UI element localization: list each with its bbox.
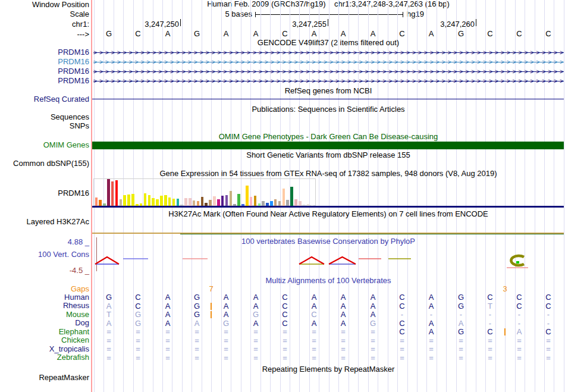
label-window-position[interactable]: Window Position bbox=[0, 1, 89, 9]
alignment-cell: G bbox=[133, 311, 143, 319]
gtex-bar bbox=[115, 180, 118, 206]
scale-ruler-tick-right bbox=[403, 12, 403, 17]
base-letter: A bbox=[250, 30, 262, 38]
alignment-cell: C bbox=[514, 302, 525, 311]
base-letter: G bbox=[103, 30, 115, 38]
label-chicken[interactable]: Chicken bbox=[0, 336, 89, 344]
label-common-dbsnp-155[interactable]: Common dbSNP(155) bbox=[0, 159, 89, 168]
label-zebrafish[interactable]: Zebrafish bbox=[0, 353, 89, 362]
alignment-row-rhesus[interactable]: ACAGAACAAACAGTCC bbox=[92, 302, 564, 311]
base-letter: A bbox=[367, 30, 379, 38]
gtex-bar bbox=[197, 201, 200, 206]
label-layered-h3k27ac[interactable]: Layered H3K27Ac bbox=[0, 218, 89, 226]
label-prdm16[interactable]: PRDM16 bbox=[0, 67, 89, 76]
alignment-row-zebrafish[interactable]: ================ bbox=[92, 354, 564, 362]
gencode-title[interactable]: GENCODE V49lift37 (2 items filtered out) bbox=[93, 39, 564, 47]
gene-model-prdm16-row4[interactable]: >>>>>>>>>>>>>>>>>>>>>>>>>>>>>>>>>>>>>>>>… bbox=[93, 77, 564, 84]
alignment-cell: A bbox=[514, 328, 525, 336]
ruler-position-tick bbox=[180, 19, 181, 26]
label-prdm16[interactable]: PRDM16 bbox=[0, 189, 89, 197]
refseq-curated-line[interactable] bbox=[92, 99, 564, 99]
alignment-cell: = bbox=[456, 337, 466, 345]
label-4-5[interactable]: -4.5 _ bbox=[0, 266, 89, 275]
label-gaps[interactable]: Gaps bbox=[0, 285, 89, 293]
gene-model-prdm16-row1[interactable]: >>>>>>>>>>>>>>>>>>>>>>>>>>>>>>>>>>>>>>>>… bbox=[93, 49, 564, 56]
alignment-cell: = bbox=[397, 345, 407, 353]
label-snps[interactable]: SNPs bbox=[0, 122, 89, 130]
gene-model-prdm16-row2[interactable]: >>>>>>>>>>>>>>>>>>>>>>>>>>>>>>>>>>>>>>>>… bbox=[93, 58, 564, 65]
alignment-cell: A bbox=[368, 311, 378, 319]
label-repeatmasker[interactable]: RepeatMasker bbox=[0, 374, 89, 382]
base-letter: C bbox=[132, 30, 144, 38]
alignment-cell: A bbox=[456, 319, 466, 328]
label-item[interactable]: ---> bbox=[0, 30, 89, 39]
label-elephant[interactable]: Elephant bbox=[0, 328, 89, 336]
publications-title[interactable]: Publications: Sequences in Scientific Ar… bbox=[93, 105, 564, 114]
alignment-cell: = bbox=[162, 337, 173, 345]
alignment-cell: = bbox=[543, 345, 554, 353]
h3k27ac-signal-line-green bbox=[180, 234, 564, 234]
label-mouse[interactable]: Mouse bbox=[0, 311, 89, 319]
alignment-cell: A bbox=[250, 293, 261, 302]
label-100-vert-cons[interactable]: 100 Vert. Cons bbox=[0, 250, 89, 259]
alignment-cell: = bbox=[309, 354, 319, 362]
refseq-title[interactable]: RefSeq genes from NCBI bbox=[93, 87, 564, 95]
label-prdm16[interactable]: PRDM16 bbox=[0, 48, 89, 57]
label-prdm16[interactable]: PRDM16 bbox=[0, 77, 89, 85]
alignment-cell: C bbox=[397, 328, 407, 336]
gtex-bar bbox=[225, 195, 228, 206]
label-dog[interactable]: Dog bbox=[0, 319, 89, 327]
label-prdm16[interactable]: PRDM16 bbox=[0, 58, 89, 66]
alignment-cell: = bbox=[280, 354, 290, 362]
alignment-cell: = bbox=[133, 337, 143, 345]
label-refseq-curated[interactable]: RefSeq Curated bbox=[0, 95, 89, 104]
alignment-cell: = bbox=[426, 354, 437, 362]
repeatmasker-title[interactable]: Repeating Elements by RepeatMasker bbox=[93, 365, 564, 374]
gtex-bar bbox=[160, 196, 163, 206]
alignment-row-gaps[interactable]: 73 bbox=[92, 285, 564, 293]
alignment-row-dog[interactable]: AGAAGACAAGCAA--- bbox=[92, 319, 564, 328]
gtex-bar bbox=[213, 196, 216, 206]
gtex-bar bbox=[144, 193, 147, 206]
gtex-bar bbox=[111, 181, 114, 206]
alignment-cell: C bbox=[280, 293, 290, 302]
gene-model-prdm16-row3[interactable]: >>>>>>>>>>>>>>>>>>>>>>>>>>>>>>>>>>>>>>>>… bbox=[93, 68, 564, 75]
gridline bbox=[564, 0, 564, 392]
alignment-cell: A bbox=[338, 293, 349, 302]
label-human[interactable]: Human bbox=[0, 293, 89, 302]
alignment-cell: G bbox=[456, 328, 466, 336]
label-sequences[interactable]: Sequences bbox=[0, 113, 89, 121]
alignment-row-chicken[interactable]: ================ bbox=[92, 337, 564, 345]
phylop-conservation-track[interactable] bbox=[92, 253, 565, 271]
base-letter: C bbox=[542, 30, 554, 38]
alignment-cell: A bbox=[338, 319, 349, 328]
base-letter: A bbox=[308, 30, 320, 38]
alignment-row-human[interactable]: GCAGAACAAACAGCCC bbox=[92, 293, 564, 302]
phylop-title[interactable]: 100 vertebrates Basewise Conservation by… bbox=[93, 237, 564, 246]
label-scale[interactable]: Scale bbox=[0, 10, 89, 18]
omim-title[interactable]: OMIM Gene Phenotypes - Dark Green Can Be… bbox=[93, 133, 564, 141]
alignment-cell: 7 bbox=[206, 285, 216, 293]
omim-gene-bar[interactable] bbox=[92, 142, 564, 149]
alignment-row-mouse[interactable]: TGAGAGCCAA------ bbox=[92, 311, 564, 319]
h3k27ac-title[interactable]: H3K27Ac Mark (Often Found Near Active Re… bbox=[93, 210, 564, 218]
alignment-cell: = bbox=[221, 345, 231, 353]
scale-ruler-tick-left bbox=[255, 12, 256, 17]
alignment-cell: = bbox=[338, 354, 349, 362]
gtex-title[interactable]: Gene Expression in 54 tissues from GTEx … bbox=[93, 170, 564, 178]
gtex-bar bbox=[274, 199, 277, 206]
dbsnp-title[interactable]: Short Genetic Variants from dbSNP releas… bbox=[93, 151, 564, 159]
multiz-title[interactable]: Multiz Alignments of 100 Vertebrates bbox=[93, 277, 564, 285]
label-4-88[interactable]: 4.88 _ bbox=[0, 238, 89, 246]
alignment-row-x-tropicalis[interactable]: ================ bbox=[92, 345, 564, 353]
alignment-row-elephant[interactable]: ==========CAGCAC bbox=[92, 328, 564, 336]
base-letter: G bbox=[455, 30, 467, 38]
alignment-cell: - bbox=[514, 319, 525, 328]
label-chr1[interactable]: chr1: bbox=[0, 20, 89, 29]
label-rhesus[interactable]: Rhesus bbox=[0, 302, 89, 310]
alignment-cell: = bbox=[338, 328, 349, 336]
gtex-bar bbox=[282, 189, 285, 206]
label-omim-genes[interactable]: OMIM Genes bbox=[0, 141, 89, 149]
label-x-tropicalis[interactable]: X_tropicalis bbox=[0, 345, 89, 353]
gtex-bar bbox=[294, 199, 297, 206]
